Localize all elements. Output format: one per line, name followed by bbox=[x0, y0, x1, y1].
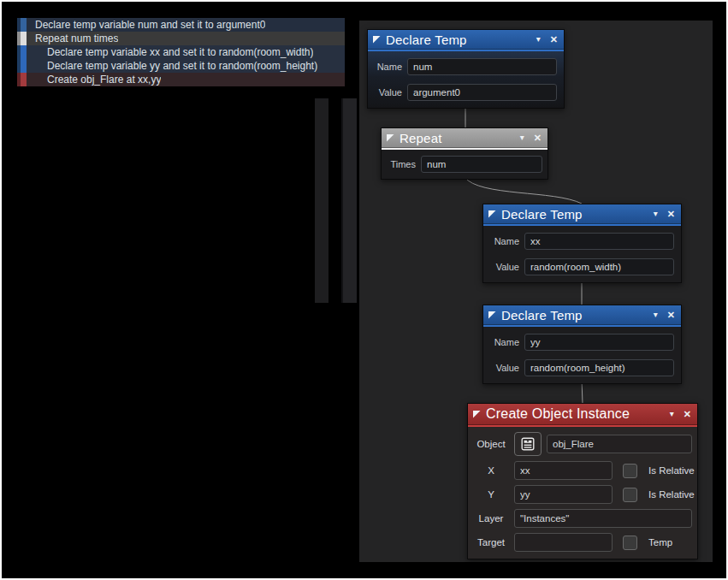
value-input[interactable] bbox=[524, 359, 674, 376]
action-list-row-label: Repeat num times bbox=[27, 32, 118, 45]
action-color-bar bbox=[17, 59, 27, 73]
field-label-name: Name bbox=[490, 236, 519, 246]
action-list-row-label: Declare temp variable xx and set it to r… bbox=[27, 45, 313, 59]
is-relative-label: Is Relative bbox=[648, 489, 695, 500]
y-input[interactable] bbox=[514, 485, 613, 504]
temp-label: Temp bbox=[648, 537, 672, 547]
is-relative-label: Is Relative bbox=[648, 465, 695, 476]
action-color-bar bbox=[17, 73, 27, 86]
block-title: Repeat bbox=[400, 131, 442, 145]
field-label-x: X bbox=[473, 465, 509, 476]
collapse-triangle-icon[interactable] bbox=[488, 311, 496, 319]
action-color-bar bbox=[17, 45, 27, 59]
name-input[interactable] bbox=[407, 58, 557, 75]
field-label-layer: Layer bbox=[473, 513, 509, 524]
block-title: Declare Temp bbox=[501, 308, 583, 323]
collapse-triangle-icon[interactable] bbox=[473, 411, 481, 418]
action-list-row-label: Declare temp variable num and set it to … bbox=[27, 18, 265, 32]
y-is-relative-checkbox[interactable] bbox=[623, 488, 637, 502]
menu-arrow-icon[interactable]: ▾ bbox=[536, 35, 541, 44]
action-list-row-label: Create obj_Flare at xx,yy bbox=[27, 73, 161, 86]
panel-strip-right bbox=[341, 98, 357, 303]
object-picker-button[interactable] bbox=[514, 432, 542, 456]
field-label-object: Object bbox=[473, 439, 509, 449]
collapse-triangle-icon[interactable] bbox=[373, 36, 381, 44]
menu-arrow-icon[interactable]: ▾ bbox=[670, 410, 674, 418]
name-input[interactable] bbox=[524, 233, 674, 250]
block-title: Declare Temp bbox=[386, 33, 467, 47]
close-icon[interactable]: ✕ bbox=[550, 35, 558, 44]
block-header[interactable]: Declare Temp ▾ ✕ bbox=[483, 305, 681, 325]
menu-arrow-icon[interactable]: ▾ bbox=[520, 133, 524, 142]
field-label-name: Name bbox=[490, 337, 519, 347]
value-input[interactable] bbox=[407, 84, 557, 101]
collapse-triangle-icon[interactable] bbox=[387, 134, 394, 142]
block-header[interactable]: Declare Temp ▾ ✕ bbox=[368, 30, 564, 50]
object-input[interactable] bbox=[547, 435, 692, 453]
close-icon[interactable]: ✕ bbox=[667, 210, 675, 219]
block-declare-temp-num: Declare Temp ▾ ✕ Name Value bbox=[367, 29, 565, 109]
menu-arrow-icon[interactable]: ▾ bbox=[654, 311, 658, 319]
action-list-row[interactable]: Declare temp variable xx and set it to r… bbox=[17, 45, 345, 59]
name-input[interactable] bbox=[524, 334, 674, 351]
target-temp-checkbox[interactable] bbox=[623, 536, 637, 550]
action-color-bar bbox=[17, 32, 27, 45]
field-label-target: Target bbox=[473, 537, 509, 547]
value-input[interactable] bbox=[524, 258, 674, 275]
times-input[interactable] bbox=[421, 156, 542, 173]
block-declare-temp-xx: Declare Temp ▾ ✕ Name Value bbox=[482, 204, 682, 283]
field-label-value: Value bbox=[375, 87, 402, 98]
block-header[interactable]: Repeat ▾ ✕ bbox=[382, 128, 547, 148]
object-list-icon bbox=[521, 437, 535, 451]
block-header[interactable]: Declare Temp ▾ ✕ bbox=[483, 204, 681, 224]
target-input[interactable] bbox=[514, 533, 613, 552]
action-list: Declare temp variable num and set it to … bbox=[17, 18, 345, 86]
action-list-row[interactable]: Create obj_Flare at xx,yy bbox=[17, 73, 345, 86]
panel-strip-left bbox=[315, 98, 328, 303]
collapse-triangle-icon[interactable] bbox=[488, 210, 496, 218]
action-list-row-label: Declare temp variable yy and set it to r… bbox=[27, 59, 317, 73]
editor-background: Declare temp variable num and set it to … bbox=[2, 2, 726, 578]
field-label-value: Value bbox=[490, 363, 519, 373]
close-icon[interactable]: ✕ bbox=[684, 410, 691, 419]
field-label-y: Y bbox=[473, 489, 509, 500]
action-list-row[interactable]: Declare temp variable num and set it to … bbox=[17, 18, 345, 32]
action-list-row[interactable]: Declare temp variable yy and set it to r… bbox=[17, 59, 345, 73]
field-label-times: Times bbox=[387, 159, 416, 169]
close-icon[interactable]: ✕ bbox=[667, 311, 675, 320]
x-is-relative-checkbox[interactable] bbox=[623, 464, 637, 478]
menu-arrow-icon[interactable]: ▾ bbox=[654, 210, 658, 218]
action-list-row[interactable]: Repeat num times bbox=[17, 32, 345, 45]
block-header[interactable]: Create Object Instance ▾ ✕ bbox=[468, 404, 697, 425]
block-create-object-instance: Create Object Instance ▾ ✕ Object bbox=[467, 403, 698, 559]
layer-input[interactable] bbox=[514, 509, 692, 528]
block-title: Declare Temp bbox=[501, 207, 583, 222]
dnd-canvas[interactable]: Declare Temp ▾ ✕ Name Value bbox=[359, 21, 713, 562]
action-color-bar bbox=[17, 18, 27, 32]
block-repeat: Repeat ▾ ✕ Times bbox=[381, 127, 548, 180]
field-label-value: Value bbox=[490, 262, 519, 272]
x-input[interactable] bbox=[514, 461, 613, 480]
close-icon[interactable]: ✕ bbox=[534, 133, 542, 143]
block-title: Create Object Instance bbox=[486, 406, 630, 422]
field-label-name: Name bbox=[375, 62, 402, 72]
block-declare-temp-yy: Declare Temp ▾ ✕ Name Value bbox=[482, 305, 682, 384]
